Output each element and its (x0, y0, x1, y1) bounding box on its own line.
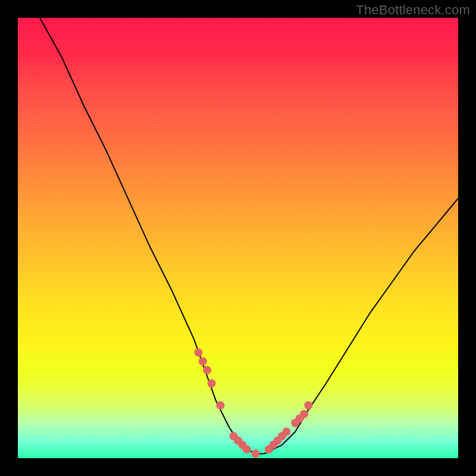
plot-area (18, 18, 458, 458)
marker-point (216, 401, 224, 409)
marker-point (199, 357, 207, 365)
marker-point (304, 401, 312, 409)
marker-point (194, 348, 202, 356)
marker-point (300, 410, 308, 418)
marker-point (243, 445, 251, 453)
marker-point (252, 450, 260, 458)
bottleneck-curve (40, 18, 458, 454)
marker-point (208, 379, 216, 387)
marker-point (282, 428, 290, 436)
watermark-label: TheBottleneck.com (356, 2, 470, 18)
chart-svg (18, 18, 458, 458)
chart-container: TheBottleneck.com (0, 0, 476, 476)
marker-point (203, 366, 211, 374)
highlight-markers (194, 348, 312, 458)
